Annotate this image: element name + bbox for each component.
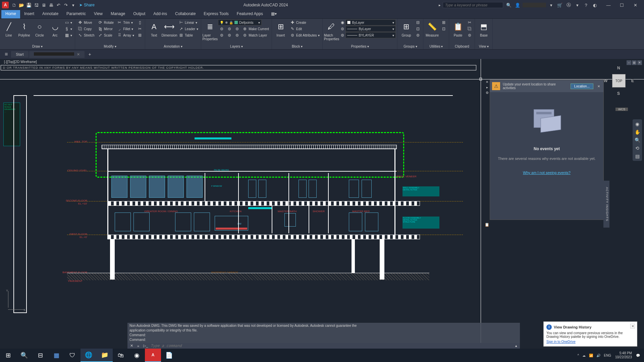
measure-button[interactable]: 📏Measure [425,19,439,38]
qat-undo-icon[interactable]: ↶ [55,2,62,8]
tray-network-icon[interactable]: 📶 [588,354,594,357]
layer-combo[interactable]: 💡❄🔒Defpoints▾ [218,19,262,25]
drawing-area[interactable]: [-][Top][2D Wireframe] D OR TRANSMITTED … [0,59,644,349]
layer-state2[interactable]: ⊜ [226,26,233,32]
panel-bottom-icon[interactable]: 📋 [485,223,489,227]
vp-config-icon[interactable]: ⊞ [632,60,637,65]
location-button[interactable]: Location... [571,83,593,89]
panel-modify-title[interactable]: Modify ▾ [76,44,144,49]
task-view-icon[interactable]: ⊟ [32,349,48,362]
file-tab-drawing[interactable]: ✕ [29,51,85,58]
nav-zoom-icon[interactable]: 🔍 [634,137,641,143]
tray-notifications-icon[interactable]: 💬 [635,354,641,357]
nav-orbit-icon[interactable]: ⟲ [634,145,641,152]
create-button[interactable]: ✚Create [289,19,321,25]
wcs-label[interactable]: WCS [615,108,628,111]
tab-manage[interactable]: Manage [107,10,129,18]
tray-chevron-icon[interactable]: ^ [576,354,581,357]
tab-collaborate[interactable]: Collaborate [171,10,200,18]
search-chevron-icon[interactable]: ▸ [437,3,443,7]
qat-saveas-icon[interactable]: 🖫 [33,2,40,8]
linetype-combo[interactable]: BYLAYER▾ [345,32,396,38]
app-icon[interactable]: A [2,2,9,8]
tray-volume-icon[interactable]: 🔊 [595,354,602,357]
scale-button[interactable]: ⤢Scale [97,32,115,38]
group-tool3[interactable]: ⊜ [414,32,422,38]
modify-extra2[interactable]: ✂ [136,26,144,32]
start-button[interactable]: ⊞ [0,349,16,362]
taskbar-explorer-icon[interactable]: 📁 [97,349,113,362]
layer-tool3[interactable]: ⊜ [233,32,241,38]
viewcube[interactable]: TOP N S E W [604,66,634,96]
panel-layers-title[interactable]: Layers ▾ [203,44,270,49]
autodesk-dropdown-icon[interactable]: ▾ [547,1,555,9]
minimize-button[interactable]: — [602,0,615,10]
qat-plot-icon[interactable]: 🖶 [48,2,54,8]
prop-tool1[interactable]: ◉ [339,19,345,25]
group-button[interactable]: ⊞Group [399,19,414,38]
insert-button[interactable]: ⊞Insert [273,19,288,38]
arc-button[interactable]: ◡Arc [48,19,62,38]
panel-settings-icon[interactable]: ⚙ [485,91,489,96]
match-layer-button[interactable]: ⊜Match Layer [241,32,268,38]
taskbar-calc-icon[interactable]: ▦ [48,349,64,362]
viewcube-s[interactable]: S [617,91,620,96]
panel-clipboard-title[interactable]: Clipboard [450,44,473,49]
tray-onedrive-icon[interactable]: ☁ [581,354,587,357]
make-current-button[interactable]: ⊕Make Current [241,26,270,32]
qat-dropdown-icon[interactable]: ▾ [70,2,76,8]
cmd-recent-icon[interactable]: ▴ [514,344,519,348]
qat-open-icon[interactable]: 📂 [18,2,25,8]
tab-insert[interactable]: Insert [20,10,38,18]
vp-minus-icon[interactable]: – [627,60,631,65]
tab-featured-apps[interactable]: Featured Apps [233,10,267,18]
qat-new-icon[interactable]: 🗋 [11,2,17,8]
layer-state1[interactable]: ⊜ [218,26,225,32]
help-icon[interactable]: ? [582,1,590,9]
tab-addins[interactable]: Add-ins [149,10,171,18]
search-input[interactable] [443,2,503,8]
dimension-button[interactable]: ⟷Dimension [162,19,177,38]
tab-output[interactable]: Output [129,10,149,18]
activity-insights-tab[interactable]: ACTIVITY INSIGHTS [603,181,609,228]
file-tabs-menu-icon[interactable]: ≡ [2,51,10,57]
qat-redo-icon[interactable]: ↷ [62,2,69,8]
vp-close-icon[interactable]: ✕ [637,60,642,65]
panel-annotation-title[interactable]: Annotation ▾ [147,44,200,49]
text-button[interactable]: AText [147,19,161,38]
search-taskbar-icon[interactable]: 🔍 [16,349,32,362]
rotate-button[interactable]: ⟳Rotate [97,19,115,25]
clip-tool2[interactable]: ⿻ [466,26,473,32]
close-tab-icon[interactable]: ✕ [77,52,80,56]
copy-button[interactable]: ⿻Copy [76,26,96,32]
maximize-button[interactable]: ☐ [615,0,629,10]
trim-button[interactable]: ✂Trim ▾ [116,19,136,25]
tab-parametric[interactable]: Parametric [62,10,90,18]
tray-lang[interactable]: ENG [602,354,612,357]
modify-extra1[interactable]: ▯ [136,19,144,25]
line-button[interactable]: ╱Line [1,19,16,38]
polyline-button[interactable]: ⌇Polyline [17,19,32,38]
fillet-button[interactable]: ◞Fillet ▾ [116,26,136,32]
edit-attributes-button[interactable]: ⊜Edit Attributes ▾ [289,32,321,38]
viewcube-w[interactable]: W [604,78,607,83]
viewcube-e[interactable]: E [631,78,634,83]
help-dropdown-icon[interactable]: ▾ [574,1,581,9]
nav-wheel-icon[interactable]: ◉ [634,121,641,127]
panel-properties-title[interactable]: Properties ▾ [324,44,396,49]
popup-close-icon[interactable]: ✕ [630,324,635,328]
why-no-events-link[interactable]: Why am I not seeing events? [523,171,571,175]
cmd-close-icon[interactable]: ✕ [129,344,135,348]
util-tool1[interactable]: ⊞ [440,19,447,25]
prop-tool2[interactable]: ⊜ [339,26,345,32]
banner-close-icon[interactable]: ✕ [596,84,601,88]
taskbar-chrome-icon[interactable]: ◉ [129,349,145,362]
viewcube-face[interactable]: TOP [612,74,626,87]
notification-icon[interactable]: ◐ [591,1,598,9]
prop-tool3[interactable]: ⊜ [339,32,345,38]
stretch-button[interactable]: ⤡Stretch [76,32,96,38]
viewcube-n[interactable]: N [617,66,620,70]
tab-home[interactable]: Home [1,10,20,18]
panel-view-title[interactable]: View ▾ [476,44,491,49]
layer-properties-button[interactable]: ≣Layer Properties [203,19,217,42]
